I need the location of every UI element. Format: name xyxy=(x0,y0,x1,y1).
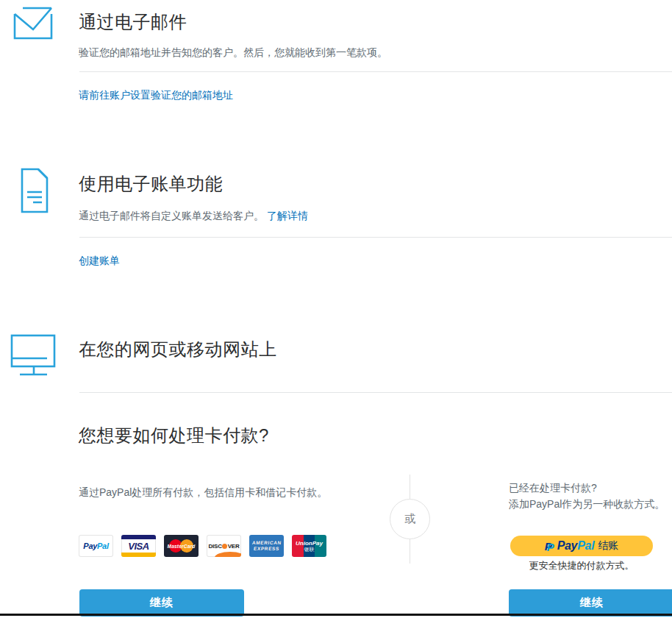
paypal-all-payments-desc: 通过PayPal处理所有付款，包括信用卡和借记卡付款。 xyxy=(79,486,327,500)
paypal-monogram-icon: P P xyxy=(545,540,555,553)
add-paypal-subtitle: 添加PayPal作为另一种收款方式。 xyxy=(509,498,665,511)
envelope-icon xyxy=(12,6,54,41)
section-title-website: 在您的网页或移动网站上 xyxy=(79,338,277,361)
safer-faster-caption: 更安全快捷的付款方式。 xyxy=(510,559,653,572)
verify-email-link[interactable]: 请前往账户设置验证您的邮箱地址 xyxy=(79,89,233,102)
visa-top-stripe xyxy=(121,535,156,539)
card-logos-row: PayPal VISA MasterCard DISCVER AMERICAN … xyxy=(79,535,326,557)
unionpay-text: UnionPay 银联 xyxy=(296,540,323,553)
paypal-setup-page: 通过电子邮件 验证您的邮箱地址并告知您的客户。然后，您就能收到第一笔款项。 请前… xyxy=(0,0,672,618)
continue-button-right[interactable]: 继续 xyxy=(509,589,672,617)
invoice-document-icon xyxy=(18,168,51,215)
already-processing-question: 已经在处理卡付款? xyxy=(509,482,597,495)
discover-card-logo: DISCVER xyxy=(207,535,241,557)
section-divider xyxy=(79,237,672,238)
card-payments-title: 您想要如何处理卡付款? xyxy=(79,424,269,447)
section-title-email: 通过电子邮件 xyxy=(79,10,187,34)
paypal-wordmark: PayPal xyxy=(557,539,595,553)
continue-button-left[interactable]: 继续 xyxy=(79,589,244,617)
amex-wordmark-line2: EXPRESS xyxy=(254,546,280,552)
discover-wordmark-pre: DISC xyxy=(208,543,221,550)
discover-swoosh xyxy=(215,552,241,557)
paypal-logo-pal: Pal xyxy=(97,541,109,550)
checkout-label: 结账 xyxy=(598,539,618,553)
unionpay-wordmark-zh: 银联 xyxy=(304,547,315,553)
discover-o-circle xyxy=(222,544,227,549)
paypal-checkout-button[interactable]: P P PayPal 结账 xyxy=(510,536,653,556)
visa-card-logo: VISA xyxy=(121,535,156,557)
amex-card-logo: AMERICAN EXPRESS xyxy=(249,535,284,557)
discover-wordmark-post: VER xyxy=(228,543,240,550)
section-desc-email: 验证您的邮箱地址并告知您的客户。然后，您就能收到第一笔款项。 xyxy=(79,46,387,60)
visa-wordmark: VISA xyxy=(128,541,149,551)
section-desc-invoicing: 通过电子邮件将自定义账单发送给客户。 了解详情 xyxy=(79,210,308,223)
unionpay-card-logo: UnionPay 银联 xyxy=(292,535,326,557)
amex-wordmark-line1: AMERICAN xyxy=(251,540,282,546)
or-circle: 或 xyxy=(390,499,430,539)
invoicing-desc-text: 通过电子邮件将自定义账单发送给客户。 xyxy=(79,210,264,221)
section-title-invoicing: 使用电子账单功能 xyxy=(79,172,223,196)
section-divider xyxy=(79,392,672,393)
bottom-window-edge xyxy=(0,614,672,616)
paypal-logo-pay: Pay xyxy=(83,541,97,550)
monitor-icon xyxy=(9,333,59,377)
mastercard-wordmark: MasterCard xyxy=(168,544,196,549)
unionpay-wordmark-en: UnionPay xyxy=(296,540,323,547)
mastercard-card-logo: MasterCard xyxy=(164,535,199,557)
section-divider xyxy=(79,71,672,72)
learn-more-link[interactable]: 了解详情 xyxy=(267,210,308,221)
visa-bottom-stripe xyxy=(121,553,156,557)
create-invoice-link[interactable]: 创建账单 xyxy=(79,255,120,268)
paypal-card-logo: PayPal xyxy=(79,535,113,557)
